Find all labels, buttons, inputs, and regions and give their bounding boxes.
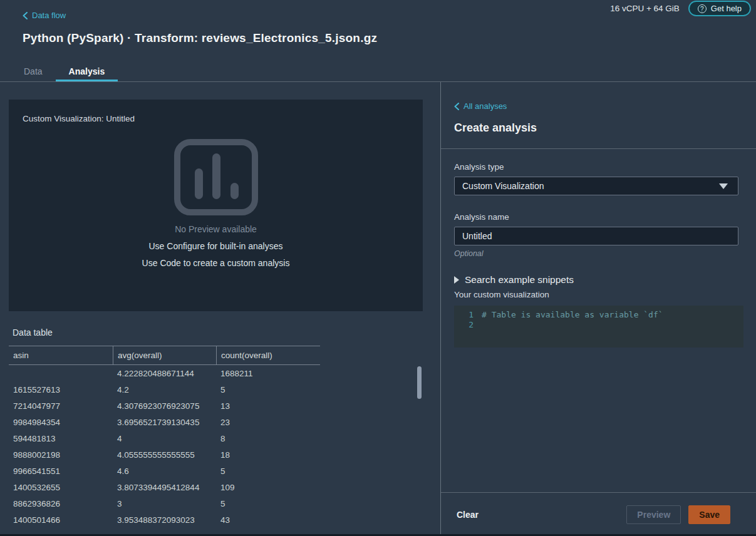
column-header-avg-overall: avg(overall) bbox=[113, 346, 216, 364]
cell-count-overall: 8 bbox=[216, 434, 320, 443]
code-line: 2 bbox=[454, 320, 743, 330]
analysis-type-label: Analysis type bbox=[454, 162, 738, 172]
clear-button[interactable]: Clear bbox=[457, 510, 479, 520]
table-row: 9984984354 3.6956521739130435 23 bbox=[9, 414, 320, 430]
cell-count-overall: 1688211 bbox=[216, 369, 320, 378]
cell-asin: 594481813 bbox=[9, 434, 113, 443]
code-text bbox=[474, 320, 482, 330]
tab-bar: Data Analysis bbox=[0, 61, 756, 82]
vertical-scrollbar-thumb[interactable] bbox=[417, 366, 422, 399]
code-text: # Table is available as variable `df` bbox=[474, 310, 663, 320]
panel-header: All analyses Create analysis bbox=[441, 82, 756, 149]
cell-avg-overall: 4.055555555555555 bbox=[113, 450, 216, 460]
table-row: 8862936826 3 5 bbox=[9, 495, 320, 512]
cell-avg-overall: 4 bbox=[113, 434, 216, 443]
get-help-button[interactable]: ? Get help bbox=[688, 1, 751, 16]
tab-analysis[interactable]: Analysis bbox=[56, 61, 118, 81]
analysis-type-select[interactable]: Custom Visualization bbox=[454, 177, 738, 195]
preview-card-title: Custom Visualization: Untitled bbox=[23, 114, 135, 123]
cell-avg-overall: 4.6 bbox=[113, 466, 216, 476]
table-row: 7214047977 4.3076923076923075 13 bbox=[9, 398, 320, 414]
no-preview-text: No Preview available bbox=[175, 224, 257, 234]
analysis-name-label: Analysis name bbox=[454, 212, 738, 222]
table-body: 4.222820488671144 1688211 1615527613 4.2… bbox=[9, 365, 320, 528]
panel-title: Create analysis bbox=[454, 121, 738, 135]
all-analyses-label: All analyses bbox=[463, 101, 507, 111]
cell-asin: 7214047977 bbox=[9, 401, 113, 411]
analysis-preview-pane: Custom Visualization: Untitled No Previe… bbox=[0, 82, 440, 536]
cell-avg-overall: 4.222820488671144 bbox=[113, 369, 216, 378]
cell-avg-overall: 4.3076923076923075 bbox=[113, 401, 216, 411]
tab-data[interactable]: Data bbox=[11, 61, 56, 81]
line-number: 2 bbox=[454, 320, 474, 330]
cell-avg-overall: 4.2 bbox=[113, 385, 216, 394]
code-line: 1 # Table is available as variable `df` bbox=[454, 310, 743, 320]
search-snippets-label: Search example snippets bbox=[465, 274, 574, 286]
preview-card: Custom Visualization: Untitled No Previe… bbox=[9, 100, 423, 311]
chevron-left-icon bbox=[454, 103, 459, 110]
column-header-count-overall: count(overall) bbox=[216, 346, 320, 364]
cell-count-overall: 13 bbox=[216, 401, 320, 411]
cell-avg-overall: 3.953488372093023 bbox=[113, 515, 216, 525]
cell-avg-overall: 3.8073394495412844 bbox=[113, 483, 216, 492]
triangle-right-icon bbox=[454, 276, 459, 284]
table-row: 1400501466 3.953488372093023 43 bbox=[9, 512, 320, 528]
panel-footer: Clear Preview Save bbox=[441, 492, 756, 536]
data-table-title: Data table bbox=[13, 327, 53, 338]
data-table: asin avg(overall) count(overall) 4.22282… bbox=[9, 346, 320, 528]
table-row: 594481813 4 8 bbox=[9, 430, 320, 446]
cell-avg-overall: 3 bbox=[113, 499, 216, 508]
cell-count-overall: 5 bbox=[216, 466, 320, 476]
resources-indicator: 16 vCPU + 64 GiB bbox=[610, 4, 680, 13]
analysis-type-value: Custom Visualization bbox=[462, 181, 544, 191]
cell-count-overall: 18 bbox=[216, 450, 320, 460]
table-row: 9966541551 4.6 5 bbox=[9, 463, 320, 479]
search-snippets-toggle[interactable]: Search example snippets bbox=[454, 274, 738, 286]
chevron-left-icon bbox=[23, 12, 28, 19]
column-header-asin: asin bbox=[9, 351, 113, 360]
cell-count-overall: 5 bbox=[216, 499, 320, 508]
table-row: 1400532655 3.8073394495412844 109 bbox=[9, 479, 320, 495]
app-window: Data flow 16 vCPU + 64 GiB ? Get help Py… bbox=[0, 0, 756, 536]
hint-code: Use Code to create a custom analysis bbox=[142, 258, 290, 268]
cell-asin: 9888002198 bbox=[9, 450, 113, 460]
cell-avg-overall: 3.6956521739130435 bbox=[113, 418, 216, 427]
analysis-name-input[interactable] bbox=[454, 227, 738, 245]
code-editor[interactable]: 1 # Table is available as variable `df` … bbox=[454, 306, 743, 348]
cell-asin: 1615527613 bbox=[9, 385, 113, 394]
chevron-down-icon bbox=[719, 183, 728, 189]
topbar-right: 16 vCPU + 64 GiB ? Get help bbox=[610, 0, 751, 25]
bar-chart-icon bbox=[174, 139, 258, 215]
panel-body: Analysis type Custom Visualization Analy… bbox=[441, 149, 756, 348]
preview-button[interactable]: Preview bbox=[626, 505, 681, 524]
get-help-label: Get help bbox=[711, 4, 742, 13]
create-analysis-panel: All analyses Create analysis Analysis ty… bbox=[440, 82, 756, 536]
help-question-icon: ? bbox=[698, 4, 707, 13]
table-row: 1615527613 4.2 5 bbox=[9, 381, 320, 398]
table-row: 9888002198 4.055555555555555 18 bbox=[9, 446, 320, 463]
cell-asin: 9984984354 bbox=[9, 418, 113, 427]
cell-count-overall: 23 bbox=[216, 418, 320, 427]
all-analyses-link[interactable]: All analyses bbox=[454, 101, 738, 111]
cell-asin: 9966541551 bbox=[9, 466, 113, 476]
page-title: Python (PySpark) · Transform: reviews_El… bbox=[23, 31, 377, 45]
breadcrumb-data-flow[interactable]: Data flow bbox=[23, 11, 66, 20]
hint-configure: Use Configure for built-in analyses bbox=[149, 241, 283, 251]
cell-count-overall: 5 bbox=[216, 385, 320, 394]
cell-count-overall: 43 bbox=[216, 515, 320, 525]
save-button[interactable]: Save bbox=[688, 505, 730, 524]
optional-note: Optional bbox=[454, 249, 738, 258]
cell-asin: 1400532655 bbox=[9, 483, 113, 492]
table-header-row: asin avg(overall) count(overall) bbox=[9, 346, 320, 365]
cell-count-overall: 109 bbox=[216, 483, 320, 492]
line-number: 1 bbox=[454, 310, 474, 320]
cell-asin: 1400501466 bbox=[9, 515, 113, 525]
cell-asin: 8862936826 bbox=[9, 499, 113, 508]
custom-viz-label: Your custom visualization bbox=[454, 290, 738, 299]
breadcrumb-label: Data flow bbox=[32, 11, 66, 20]
table-row: 4.222820488671144 1688211 bbox=[9, 365, 320, 381]
